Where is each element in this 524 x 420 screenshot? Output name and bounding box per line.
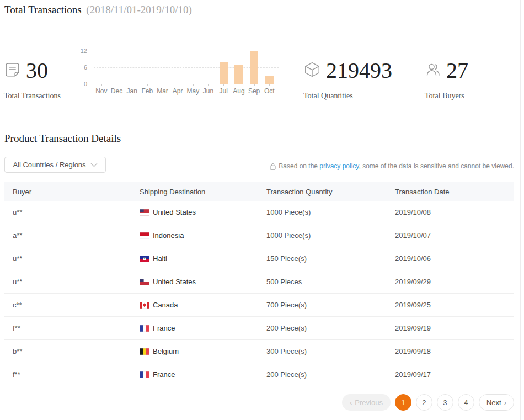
buyer-cell: u** [4, 208, 131, 216]
chart-plot-area: 0612 [94, 51, 277, 84]
buyer-cell: f** [4, 370, 131, 379]
transaction-date-cell: 2019/09/18 [387, 347, 514, 355]
shipping-destination-cell: United States [131, 208, 258, 216]
x-tick-label: Feb [140, 87, 155, 95]
total-transactions-label: Total Transactions [4, 92, 61, 100]
country-filter-label: All Countries / Regions [13, 161, 85, 169]
shipping-destination-cell: Belgium [131, 347, 258, 355]
column-header: Transaction Quantity [258, 188, 387, 196]
total-buyers-label: Total Buyers [425, 92, 468, 100]
buyer-cell: c** [4, 301, 131, 309]
document-icon [4, 61, 21, 81]
bar-jul [220, 62, 228, 84]
transaction-quantity-cell: 150 Piece(s) [258, 254, 387, 263]
next-page-button[interactable]: Next› [479, 394, 514, 411]
section-title: Product Transaction Details [4, 132, 121, 145]
shipping-destination-cell: United States [131, 278, 258, 286]
flag-belgium-icon [140, 348, 149, 355]
transaction-quantity-cell: 300 Piece(s) [258, 347, 387, 355]
transaction-quantity-cell: 200 Piece(s) [258, 370, 387, 379]
x-tick-label: May [185, 87, 201, 95]
axis-tick [178, 84, 178, 86]
page-button-4[interactable]: 4 [458, 394, 474, 411]
flag-united-states-icon [140, 279, 149, 285]
page-button-2[interactable]: 2 [416, 394, 432, 411]
x-tick-label: Sep [247, 87, 262, 95]
shipping-destination-cell: Indonesia [131, 231, 258, 240]
x-tick-label: Jul [216, 87, 231, 95]
privacy-text: Based on the privacy policy, some of the… [279, 162, 514, 170]
page-button-1[interactable]: 1 [395, 394, 411, 411]
axis-tick [269, 84, 270, 86]
buyer-cell: u** [4, 278, 131, 286]
x-tick-label: Nov [94, 87, 109, 95]
country-name: United States [153, 278, 196, 286]
page-button-3[interactable]: 3 [437, 394, 453, 411]
buyer-cell: a** [4, 231, 131, 240]
transaction-date-cell: 2019/09/19 [387, 324, 514, 332]
y-tick-label: 6 [71, 64, 87, 71]
transaction-quantity-cell: 1000 Piece(s) [258, 208, 387, 216]
page-right-border [520, 0, 521, 420]
flag-france-icon [140, 371, 149, 378]
chevron-down-icon [90, 163, 98, 167]
transaction-date-cell: 2019/10/08 [387, 208, 514, 216]
axis-tick [193, 84, 194, 86]
country-name: France [153, 370, 175, 379]
bar-sep [250, 51, 258, 84]
x-tick-label: Mar [155, 87, 170, 95]
privacy-note: Based on the privacy policy, some of the… [270, 162, 514, 170]
shipping-destination-cell: France [131, 370, 258, 379]
axis-tick [163, 84, 163, 86]
table-row: b**Belgium300 Piece(s)2019/09/18 [4, 340, 514, 363]
table-row: u**United States1000 Piece(s)2019/10/08 [4, 201, 514, 224]
country-name: Indonesia [153, 231, 184, 240]
column-header: Shipping Destination [131, 188, 258, 196]
country-name: Belgium [153, 347, 179, 355]
package-icon [303, 61, 321, 81]
stat-total-buyers: 27 Total Buyers [425, 57, 468, 100]
transactions-panel: Total Transactions (2018/11/01-2019/10/1… [0, 0, 524, 420]
x-tick-label: Dec [109, 87, 125, 95]
column-header: Buyer [4, 188, 131, 196]
axis-tick [117, 84, 117, 86]
x-tick-label: Apr [170, 87, 185, 95]
table-row: u**United States500 Pieces2019/09/29 [4, 270, 514, 294]
flag-haiti-icon [140, 256, 149, 262]
axis-tick [254, 84, 255, 86]
stat-total-quantities: 219493 Total Quantities [303, 57, 392, 100]
transaction-quantity-cell: 700 Piece(s) [258, 301, 387, 309]
axis-tick [239, 84, 239, 86]
chevron-left-icon: ‹ [350, 398, 352, 407]
stat-total-transactions: 30 Total Transactions [4, 57, 61, 100]
date-range: (2018/11/01-2019/10/10) [86, 4, 191, 15]
total-transactions-value: 30 [26, 60, 48, 82]
transaction-date-cell: 2019/09/29 [387, 278, 514, 286]
transaction-date-cell: 2019/10/06 [387, 254, 514, 263]
total-quantities-value: 219493 [326, 60, 392, 82]
monthly-transactions-chart: 0612 NovDecJanFebMarAprMayJunJulAugSepOc… [83, 46, 281, 99]
buyer-cell: u** [4, 254, 131, 263]
axis-tick [132, 84, 132, 86]
transaction-quantity-cell: 500 Pieces [258, 278, 387, 286]
axis-tick [208, 84, 209, 86]
x-tick-label: Aug [231, 87, 247, 95]
shipping-destination-cell: Haiti [131, 254, 258, 263]
pagination: ‹Previous1234Next› [342, 394, 514, 411]
y-tick-label: 12 [71, 47, 87, 54]
table-row: f**France200 Piece(s)2019/09/17 [4, 363, 514, 386]
table-header-row: BuyerShipping DestinationTransaction Qua… [4, 182, 514, 201]
country-filter-select[interactable]: All Countries / Regions [4, 157, 106, 173]
flag-canada-icon [140, 302, 149, 309]
buyer-cell: f** [4, 324, 131, 332]
country-name: Haiti [153, 254, 167, 263]
privacy-policy-link[interactable]: privacy policy [319, 162, 359, 170]
table-row: c**Canada700 Piece(s)2019/09/25 [4, 294, 514, 317]
transaction-date-cell: 2019/10/07 [387, 231, 514, 240]
x-axis-line [94, 84, 279, 84]
previous-page-button[interactable]: ‹Previous [342, 394, 391, 411]
table-row: f**France200 Piece(s)2019/09/19 [4, 317, 514, 340]
flag-france-icon [140, 325, 149, 332]
transaction-quantity-cell: 1000 Piece(s) [258, 231, 387, 240]
lock-icon [270, 163, 276, 170]
